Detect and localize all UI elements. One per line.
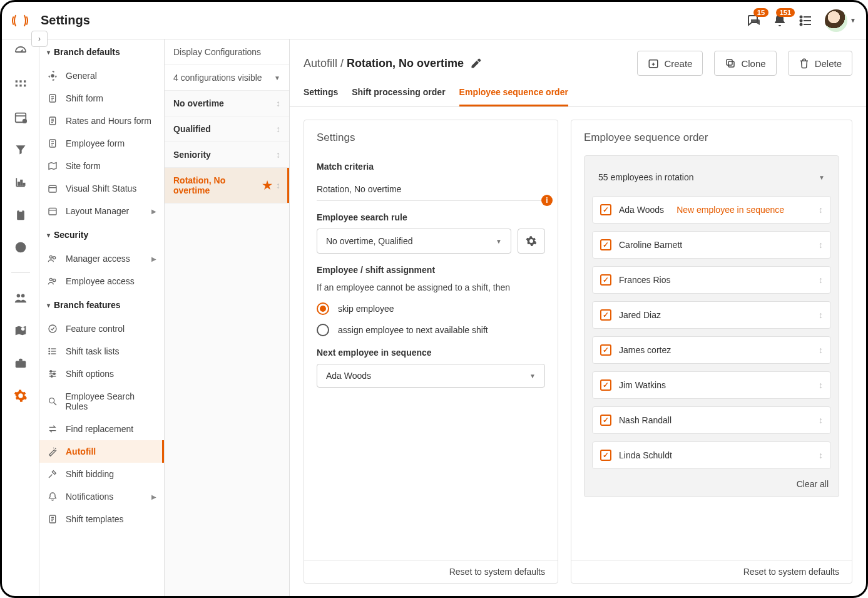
caret-down-icon: ▼ — [850, 17, 856, 24]
rail-map[interactable] — [13, 323, 28, 338]
settings-panel: Settings Match criteria Rotation, No ove… — [304, 120, 558, 584]
checkbox-icon[interactable]: ✓ — [600, 204, 611, 215]
search-rule-select[interactable]: No overtime, Qualified ▼ — [317, 229, 511, 254]
drag-handle-icon[interactable]: ↕ — [276, 124, 280, 134]
nav-item-rates-and-hours-form[interactable]: Rates and Hours form — [39, 110, 164, 132]
chevron-right-icon: ▶ — [151, 493, 156, 500]
drag-handle-icon[interactable]: ↕ — [819, 450, 823, 460]
rail-users[interactable] — [13, 291, 28, 306]
chat-icon[interactable]: 15 — [746, 13, 761, 28]
config-item-qualified[interactable]: Qualified↕ — [165, 116, 289, 142]
nav-item-shift-templates[interactable]: Shift templates — [39, 508, 164, 530]
drag-handle-icon[interactable]: ↕ — [819, 205, 823, 215]
nav-item-manager-access[interactable]: Manager access▶ — [39, 247, 164, 270]
drag-handle-icon[interactable]: ↕ — [819, 240, 823, 250]
gavel-icon — [47, 469, 58, 479]
drag-handle-icon[interactable]: ↕ — [819, 275, 823, 285]
tab-employee-sequence-order[interactable]: Employee sequence order — [459, 87, 568, 106]
app-logo — [12, 13, 28, 29]
employee-row[interactable]: ✓Jared Diaz↕ — [592, 301, 831, 329]
clear-all-button[interactable]: Clear all — [592, 477, 831, 489]
rail-filter[interactable] — [13, 142, 28, 157]
swap-icon — [47, 424, 58, 434]
nav-item-employee-search-rules[interactable]: Employee Search Rules — [39, 385, 164, 418]
rail-calendar[interactable] — [13, 110, 28, 125]
rail-settings[interactable] — [13, 388, 28, 403]
create-button[interactable]: Create — [637, 51, 703, 76]
nav-item-feature-control[interactable]: Feature control — [39, 317, 164, 340]
nav-item-employee-form[interactable]: Employee form — [39, 132, 164, 155]
chevron-down-icon: ▾ — [47, 232, 50, 239]
employee-row[interactable]: ✓Ada WoodsNew employee in sequence↕ — [592, 196, 831, 224]
rail-grid[interactable] — [13, 77, 28, 92]
user-menu[interactable]: ▼ — [825, 9, 856, 32]
checkbox-icon[interactable]: ✓ — [600, 450, 611, 461]
settings-panel-title: Settings — [304, 120, 558, 155]
bell-icon[interactable]: 151 — [772, 13, 787, 28]
rail-clipboard[interactable] — [13, 207, 28, 222]
nav-item-employee-access[interactable]: Employee access — [39, 270, 164, 292]
config-item-no-overtime[interactable]: No overtime↕ — [165, 91, 289, 116]
clone-button[interactable]: Clone — [714, 51, 776, 76]
checkbox-icon[interactable]: ✓ — [600, 309, 611, 321]
rail-dashboard[interactable] — [13, 44, 28, 59]
check-circle-icon — [47, 324, 58, 334]
checkbox-icon[interactable]: ✓ — [600, 344, 611, 356]
settings-reset-button[interactable]: Reset to system defaults — [304, 560, 558, 583]
nav-item-site-form[interactable]: Site form — [39, 155, 164, 177]
next-employee-select[interactable]: Ada Woods ▼ — [317, 364, 545, 388]
list-icon[interactable] — [799, 13, 814, 28]
tab-shift-processing-order[interactable]: Shift processing order — [352, 87, 445, 106]
drag-handle-icon[interactable]: ↕ — [276, 150, 280, 160]
sequence-reset-button[interactable]: Reset to system defaults — [571, 560, 852, 583]
radio-skip[interactable]: skip employee — [317, 302, 545, 315]
tab-settings[interactable]: Settings — [304, 87, 338, 106]
checkbox-icon[interactable]: ✓ — [600, 415, 611, 426]
nav-item-general[interactable]: General — [39, 64, 164, 87]
rail-toggle[interactable]: › — [31, 31, 48, 47]
employee-row[interactable]: ✓Linda Schuldt↕ — [592, 441, 831, 469]
info-icon[interactable]: i — [541, 195, 553, 206]
rail-chart[interactable] — [13, 175, 28, 190]
checkbox-icon[interactable]: ✓ — [600, 379, 611, 391]
radio-assign[interactable]: assign employee to next available shift — [317, 324, 545, 336]
drag-handle-icon[interactable]: ↕ — [819, 380, 823, 390]
nav-item-visual-shift-status[interactable]: Visual Shift Status — [39, 177, 164, 200]
config-item-seniority[interactable]: Seniority↕ — [165, 142, 289, 168]
delete-button[interactable]: Delete — [788, 51, 852, 76]
nav-item-shift-task-lists[interactable]: Shift task lists — [39, 340, 164, 363]
rail-pie[interactable] — [13, 240, 28, 255]
checkbox-icon[interactable]: ✓ — [600, 274, 611, 286]
employee-row[interactable]: ✓Caroline Barnett↕ — [592, 231, 831, 259]
svg-point-5 — [800, 23, 802, 25]
drag-handle-icon[interactable]: ↕ — [819, 310, 823, 320]
nav-section-header[interactable]: ▾Branch features — [39, 292, 164, 317]
employee-row[interactable]: ✓Frances Rios↕ — [592, 266, 831, 294]
nav-section-header[interactable]: ▾Branch defaults — [39, 39, 164, 64]
drag-handle-icon[interactable]: ↕ — [276, 98, 280, 108]
employee-row[interactable]: ✓Jim Watkins↕ — [592, 371, 831, 399]
nav-item-autofill[interactable]: Autofill — [39, 440, 164, 463]
rail-briefcase[interactable] — [13, 356, 28, 371]
employee-count-select[interactable]: 55 employees in rotation ▼ — [592, 163, 831, 191]
nav-item-find-replacement[interactable]: Find replacement — [39, 418, 164, 440]
employee-row[interactable]: ✓James cortez↕ — [592, 336, 831, 364]
config-visible-select[interactable]: 4 configurations visible ▼ — [165, 65, 289, 91]
svg-point-15 — [22, 119, 26, 123]
drag-handle-icon[interactable]: ↕ — [819, 415, 823, 425]
drag-handle-icon[interactable]: ↕ — [819, 345, 823, 355]
svg-point-52 — [49, 351, 49, 351]
drag-handle-icon[interactable]: ↕ — [276, 180, 280, 190]
nav-section-header[interactable]: ▾Security — [39, 222, 164, 247]
config-item-rotation-no-overtime[interactable]: Rotation, No overtime★↕ — [165, 168, 289, 204]
nav-item-shift-form[interactable]: Shift form — [39, 87, 164, 110]
nav-item-shift-options[interactable]: Shift options — [39, 363, 164, 385]
edit-icon[interactable] — [470, 57, 483, 70]
nav-item-shift-bidding[interactable]: Shift bidding — [39, 463, 164, 485]
employee-row[interactable]: ✓Nash Randall↕ — [592, 406, 831, 434]
svg-rect-9 — [24, 80, 26, 82]
search-rule-settings-button[interactable] — [518, 229, 545, 254]
checkbox-icon[interactable]: ✓ — [600, 239, 611, 250]
nav-item-layout-manager[interactable]: Layout Manager▶ — [39, 200, 164, 222]
nav-item-notifications[interactable]: Notifications▶ — [39, 485, 164, 508]
